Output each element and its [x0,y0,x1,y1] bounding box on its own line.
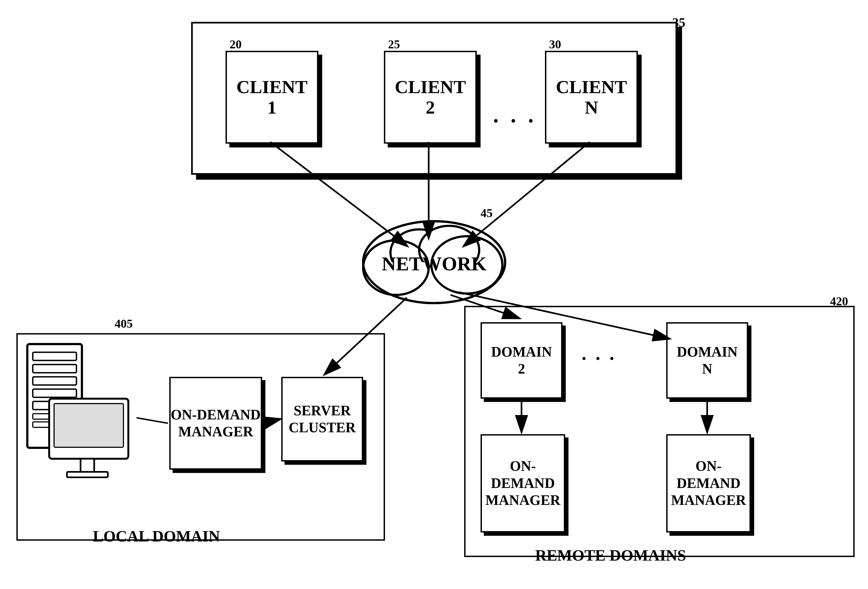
svg-rect-4 [33,389,77,397]
on-demand-manager-local-label: ON-DEMANDMANAGER [171,406,260,440]
svg-rect-10 [54,404,123,447]
on-demand-manager-remote-2: ON-DEMANDMANAGER [666,434,751,533]
diagram-container: 35 45 405 15 400 40 420 410 415 400 400 … [0,0,868,589]
ref-30: 30 [549,38,561,51]
ref-20: 20 [230,38,242,51]
svg-point-17 [431,236,502,294]
domain-2-box: DOMAIN2 [481,322,562,399]
svg-point-15 [363,221,505,303]
server-cluster-box: SERVERCLUSTER [281,377,363,462]
client-2-label: CLIENT2 [395,77,466,118]
server-cluster-label: SERVERCLUSTER [289,402,356,436]
on-demand-manager-remote-1: ON-DEMANDMANAGER [481,434,565,533]
ref-405: 405 [115,317,133,331]
on-demand-manager-local: ON-DEMANDMANAGER [169,377,262,470]
svg-rect-12 [67,472,108,477]
svg-point-16 [363,240,429,295]
ref-25: 25 [388,38,400,51]
client-n-box: 30 CLIENTN [545,51,638,144]
svg-point-23 [363,240,429,295]
svg-rect-11 [81,459,94,472]
svg-point-19 [419,226,479,274]
ref-45: 45 [481,206,493,220]
svg-rect-2 [33,365,77,373]
svg-rect-3 [33,377,77,385]
svg-point-24 [431,236,502,294]
domain-n-label: DOMAINN [677,344,738,378]
svg-text:NETWORK: NETWORK [382,253,487,275]
domain-dots: . . . [582,343,617,365]
local-domain-label: LOCAL DOMAIN [93,527,220,545]
on-demand-manager-remote-1-label: ON-DEMANDMANAGER [486,458,560,509]
network-cloud: NETWORK [363,221,505,303]
client-2-box: 25 CLIENT2 [384,51,477,144]
svg-point-22 [363,221,505,303]
svg-rect-20 [369,262,500,295]
client-n-label: CLIENTN [556,77,627,118]
clients-group-box: 20 CLIENT1 25 CLIENT2 . . . . . 30 CLIEN… [191,22,677,175]
client-1-box: 20 CLIENT1 [226,51,318,144]
domain-n-box: DOMAINN [666,322,748,399]
domain-2-label: DOMAIN2 [491,344,552,378]
on-demand-manager-remote-2-label: ON-DEMANDMANAGER [671,458,746,509]
client-1-label: CLIENT1 [236,77,308,118]
svg-point-18 [390,229,448,276]
svg-rect-1 [33,352,77,360]
remote-domain-label: REMOTE DOMAINS [535,546,686,564]
computer-icon [22,341,137,494]
